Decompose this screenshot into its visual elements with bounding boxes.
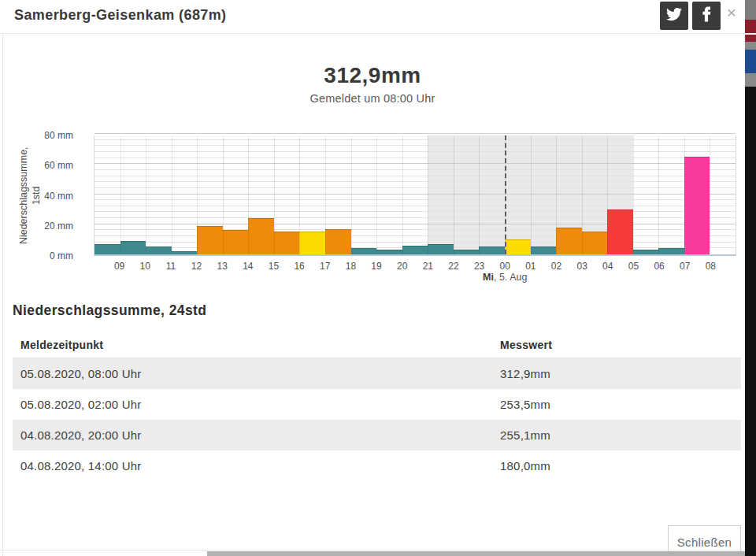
gridline-vertical (607, 135, 608, 254)
share-twitter-button[interactable] (660, 2, 688, 30)
x-tick-label: 02 (551, 261, 561, 272)
precipitation-24h-table: Meldezeitpunkt Messwert 05.08.2020, 08:0… (13, 332, 741, 481)
measurement-cell: 253,5mm (492, 398, 741, 411)
x-tick-label: 23 (474, 261, 484, 272)
precipitation-bar-10-11[interactable] (146, 246, 172, 254)
background-page-strip (745, 0, 756, 556)
report-time-cell: 05.08.2020, 08:00 Uhr (13, 367, 492, 380)
table-row: 05.08.2020, 02:00 Uhr 253,5mm (13, 389, 741, 420)
gridline-vertical (658, 135, 659, 254)
x-tick-label: 11 (166, 261, 176, 272)
x-tick-label: 03 (576, 261, 587, 272)
precipitation-bar-04-05[interactable] (607, 209, 633, 254)
gridline-vertical (376, 135, 377, 254)
y-tick-label: 0 mm (0, 250, 83, 261)
gridline-horizontal (94, 158, 736, 158)
page-strip-segment (745, 50, 756, 73)
gridline-horizontal (94, 235, 736, 236)
gridline-vertical (248, 135, 249, 254)
x-tick-label: 05 (628, 261, 639, 272)
x-tick-label: 09 (114, 261, 124, 272)
measurement-cell: 180,0mm (492, 459, 741, 473)
x-tick-label: 07 (680, 261, 690, 272)
x-tick-label: 01 (525, 261, 536, 272)
gridline-vertical (633, 135, 634, 254)
x-tick-label: 22 (448, 261, 458, 272)
x-tick-label: 15 (269, 261, 279, 272)
gridline-vertical (531, 135, 532, 254)
table-row: 04.08.2020, 20:00 Uhr 255,1mm (13, 420, 741, 450)
table-row: 05.08.2020, 08:00 Uhr 312,9mm (13, 358, 741, 389)
precipitation-bar-00-01[interactable] (505, 239, 531, 254)
precipitation-bar-02-03[interactable] (556, 228, 582, 254)
gridline-horizontal (94, 194, 736, 195)
measurement-cell: 312,9mm (492, 367, 741, 380)
table-body: 05.08.2020, 08:00 Uhr 312,9mm 05.08.2020… (13, 358, 741, 481)
x-tick-label: 00 (500, 261, 510, 272)
precipitation-bar-08-09[interactable] (94, 244, 120, 254)
x-tick-label: 18 (346, 261, 356, 272)
gridline-vertical (325, 135, 326, 254)
precipitation-bar-14-15[interactable] (248, 218, 274, 254)
precipitation-bar-01-02[interactable] (531, 246, 557, 254)
report-time-cell: 04.08.2020, 20:00 Uhr (13, 428, 492, 442)
gridline-vertical (274, 135, 275, 254)
column-header-meldezeitpunkt: Meldezeitpunkt (13, 339, 492, 351)
precipitation-bar-21-22[interactable] (428, 244, 454, 254)
precipitation-bar-13-14[interactable] (223, 230, 249, 254)
page-strip-segment (745, 35, 756, 42)
gridline-horizontal (94, 145, 736, 146)
gridline-horizontal (94, 242, 736, 243)
gridline-horizontal (94, 224, 736, 224)
precipitation-bar-17-18[interactable] (325, 229, 351, 255)
gridline-horizontal (94, 211, 736, 212)
horizontal-scrollbar[interactable] (207, 551, 745, 556)
gridline-horizontal (94, 151, 736, 152)
precipitation-bar-12-13[interactable] (197, 226, 223, 254)
gridline-vertical (428, 135, 428, 254)
gridline-vertical (197, 135, 198, 254)
precipitation-bar-11-12[interactable] (172, 251, 198, 254)
y-tick-label: 60 mm (0, 160, 83, 171)
precipitation-bar-20-21[interactable] (402, 246, 428, 254)
x-tick-label: 04 (602, 261, 613, 272)
chart-y-ticks: 0 mm20 mm40 mm60 mm80 mm (0, 135, 83, 256)
section-heading: Niederschlagssumme, 24std (13, 302, 206, 319)
midnight-dashed-line (505, 135, 506, 254)
precipitation-bar-15-16[interactable] (274, 232, 300, 254)
share-facebook-button[interactable] (692, 2, 721, 30)
report-time-cell: 04.08.2020, 14:00 Uhr (13, 459, 492, 473)
x-tick-label: 17 (320, 261, 330, 272)
gridline-vertical (454, 135, 454, 254)
modal-header: Samerberg-Geisenkam (687m) × (0, 0, 745, 34)
table-header-row: Meldezeitpunkt Messwert (13, 332, 741, 358)
precipitation-bar-07-08[interactable] (684, 157, 710, 254)
page-strip-segment (745, 0, 756, 20)
x-tick-label: 06 (654, 261, 664, 272)
chart-x-ticks: 0910111213141516171819202122230001020304… (94, 261, 736, 272)
y-tick-label: 80 mm (0, 130, 83, 141)
x-tick-label: 19 (371, 261, 381, 272)
precipitation-bar-05-06[interactable] (633, 250, 659, 254)
gridline-horizontal (94, 199, 736, 200)
precipitation-bar-03-04[interactable] (582, 232, 608, 254)
precipitation-bar-22-23[interactable] (454, 250, 480, 254)
x-tick-label: 14 (243, 261, 253, 272)
precipitation-bar-23-00[interactable] (479, 246, 505, 254)
gridline-vertical (402, 135, 403, 254)
gridline-horizontal (94, 181, 736, 182)
gridline-vertical (120, 135, 121, 254)
precipitation-bar-16-17[interactable] (299, 232, 325, 254)
precipitation-bar-chart (94, 135, 736, 256)
x-tick-label: 16 (294, 261, 304, 272)
x-tick-label: 13 (217, 261, 228, 272)
gridline-horizontal (94, 139, 736, 140)
bottom-divider-line (0, 550, 745, 550)
precipitation-bar-06-07[interactable] (658, 248, 684, 254)
precipitation-bar-18-19[interactable] (351, 248, 377, 254)
close-icon[interactable]: × (722, 3, 741, 22)
gridline-vertical (299, 135, 300, 254)
precipitation-bar-09-10[interactable] (120, 241, 146, 254)
precipitation-bar-19-20[interactable] (376, 250, 402, 254)
x-tick-label: 10 (140, 261, 150, 272)
